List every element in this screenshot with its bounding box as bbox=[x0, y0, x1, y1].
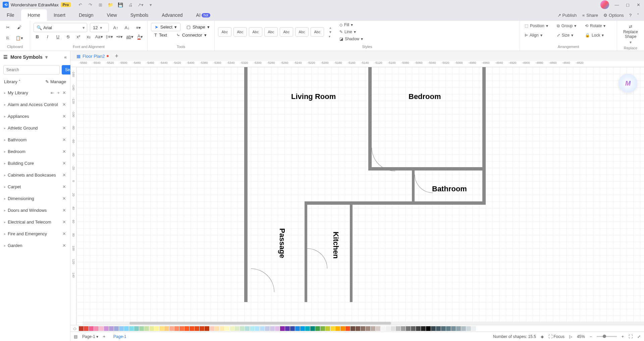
options-button[interactable]: ⚙Options bbox=[603, 13, 624, 18]
horizontal-scrollbar[interactable] bbox=[83, 322, 644, 325]
close-icon[interactable]: ✕ bbox=[635, 2, 641, 8]
symbol-search-input[interactable] bbox=[3, 65, 60, 75]
wall[interactable] bbox=[305, 201, 486, 205]
color-swatch[interactable] bbox=[89, 326, 94, 331]
color-swatch[interactable] bbox=[114, 326, 119, 331]
color-swatch[interactable] bbox=[466, 326, 471, 331]
wall[interactable] bbox=[482, 67, 486, 205]
color-swatch[interactable] bbox=[421, 326, 426, 331]
lib-item[interactable]: ▸Garden✕ bbox=[0, 240, 70, 251]
close-icon[interactable]: ✕ bbox=[62, 126, 66, 131]
color-swatch[interactable] bbox=[476, 326, 481, 331]
italic-icon[interactable]: I bbox=[44, 32, 52, 41]
color-swatch[interactable] bbox=[179, 326, 184, 331]
align-menu-icon[interactable]: ≡▾ bbox=[134, 23, 143, 32]
library-label[interactable]: Library ˄ bbox=[4, 79, 21, 84]
style-thumb[interactable]: Abc bbox=[295, 27, 309, 37]
lib-item[interactable]: ▸Athletic Ground✕ bbox=[0, 122, 70, 134]
color-swatch[interactable] bbox=[361, 326, 365, 331]
underline-icon[interactable]: U bbox=[54, 32, 62, 41]
color-swatch[interactable] bbox=[109, 326, 114, 331]
room-label-kitchen[interactable]: Kitchen bbox=[331, 232, 340, 259]
color-swatch[interactable] bbox=[436, 326, 441, 331]
color-swatch[interactable] bbox=[215, 326, 219, 331]
align-button[interactable]: ⊫Align▾ bbox=[523, 32, 549, 38]
manage-button[interactable]: ✎ Manage bbox=[45, 79, 66, 84]
publish-button[interactable]: ↗Publish bbox=[557, 13, 577, 18]
color-swatch[interactable] bbox=[411, 326, 416, 331]
tab-advanced[interactable]: Advanced bbox=[155, 9, 189, 21]
color-swatch[interactable] bbox=[401, 326, 406, 331]
lock-button[interactable]: 🔒Lock▾ bbox=[584, 32, 607, 38]
collapse-sidebar-icon[interactable]: « bbox=[64, 54, 67, 60]
gallery-down-icon[interactable]: ▼ bbox=[329, 30, 332, 34]
style-thumb[interactable]: Abc bbox=[311, 27, 324, 37]
font-color-icon[interactable]: A▾ bbox=[136, 32, 144, 41]
color-swatch[interactable] bbox=[300, 326, 305, 331]
add-page-button[interactable]: + bbox=[103, 334, 105, 339]
wall[interactable] bbox=[368, 67, 372, 169]
color-swatch[interactable] bbox=[315, 326, 320, 331]
lib-item[interactable]: ▸Building Core✕ bbox=[0, 157, 70, 169]
replace-shape-button[interactable]: ⇄ Replace Shape ▾ bbox=[621, 23, 641, 46]
color-swatch[interactable] bbox=[149, 326, 154, 331]
color-swatch[interactable] bbox=[230, 326, 234, 331]
color-swatch[interactable] bbox=[84, 326, 89, 331]
close-icon[interactable]: ✕ bbox=[62, 102, 66, 107]
color-swatch[interactable] bbox=[144, 326, 149, 331]
color-swatch[interactable] bbox=[245, 326, 250, 331]
copy-icon[interactable]: ⎘ bbox=[3, 34, 12, 42]
text-tool[interactable]: TText bbox=[151, 31, 170, 39]
style-thumb[interactable]: Abc bbox=[280, 27, 293, 37]
lib-item-my-library[interactable]: ▸My Library⇤+✕ bbox=[0, 87, 70, 99]
style-thumb[interactable]: Abc bbox=[249, 27, 262, 37]
color-swatch[interactable] bbox=[356, 326, 360, 331]
color-swatch[interactable] bbox=[129, 326, 134, 331]
color-swatch[interactable] bbox=[184, 326, 189, 331]
zoom-in-button[interactable]: + bbox=[622, 334, 624, 339]
subscript-icon[interactable]: x₂ bbox=[85, 32, 93, 41]
color-swatch[interactable] bbox=[265, 326, 270, 331]
add-tab-button[interactable]: + bbox=[115, 53, 118, 60]
color-swatch[interactable] bbox=[79, 326, 84, 331]
color-swatch[interactable] bbox=[351, 326, 355, 331]
zoom-level[interactable]: 45% bbox=[577, 334, 585, 339]
color-swatch[interactable] bbox=[200, 326, 204, 331]
shadow-button[interactable]: ◪Shadow ▾ bbox=[338, 36, 364, 42]
decrease-font-icon[interactable]: A↓ bbox=[123, 23, 131, 32]
paste-icon[interactable]: 📋▾ bbox=[15, 34, 23, 42]
select-tool[interactable]: ➤Select ▾ bbox=[151, 23, 180, 31]
color-swatch[interactable] bbox=[371, 326, 375, 331]
color-swatch[interactable] bbox=[159, 326, 164, 331]
redo-icon[interactable]: ↷ bbox=[88, 2, 93, 7]
line-button[interactable]: ✎Line ▾ bbox=[338, 29, 364, 35]
color-swatch[interactable] bbox=[461, 326, 466, 331]
color-swatch[interactable] bbox=[174, 326, 179, 331]
color-swatch[interactable] bbox=[426, 326, 431, 331]
color-swatch[interactable] bbox=[310, 326, 315, 331]
color-swatch[interactable] bbox=[391, 326, 395, 331]
color-swatch[interactable] bbox=[235, 326, 239, 331]
close-icon[interactable]: ✕ bbox=[62, 90, 66, 95]
minimize-icon[interactable]: — bbox=[614, 2, 620, 8]
close-icon[interactable]: ✕ bbox=[62, 161, 66, 166]
color-swatch[interactable] bbox=[340, 326, 345, 331]
tab-design[interactable]: Design bbox=[72, 9, 100, 21]
tab-home[interactable]: Home bbox=[21, 9, 47, 21]
color-swatch[interactable] bbox=[386, 326, 390, 331]
export-icon[interactable]: ↗▾ bbox=[138, 2, 143, 7]
bullets-icon[interactable]: •≡▾ bbox=[116, 32, 123, 41]
color-swatch[interactable] bbox=[124, 326, 129, 331]
color-swatch[interactable] bbox=[169, 326, 174, 331]
rotate-button[interactable]: ⟲Rotate▾ bbox=[584, 23, 607, 29]
color-swatch[interactable] bbox=[94, 326, 99, 331]
increase-font-icon[interactable]: A↑ bbox=[111, 23, 120, 32]
lib-item[interactable]: ▸Cabinets and Bookcases✕ bbox=[0, 169, 70, 181]
zoom-out-button[interactable]: − bbox=[590, 334, 592, 339]
wall[interactable] bbox=[350, 201, 353, 302]
lib-item[interactable]: ▸Carpet✕ bbox=[0, 181, 70, 193]
color-swatch[interactable] bbox=[280, 326, 285, 331]
color-swatch[interactable] bbox=[195, 326, 199, 331]
color-swatch[interactable] bbox=[366, 326, 370, 331]
line-spacing-icon[interactable]: ‡≡▾ bbox=[106, 32, 113, 41]
